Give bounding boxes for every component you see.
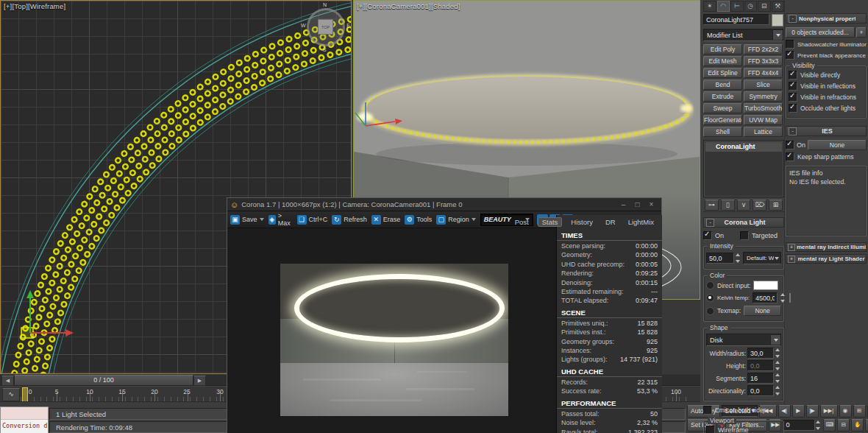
visible-refractions-checkbox[interactable]: ✓ — [789, 93, 797, 102]
modifier-button[interactable]: FFD 4x4x4 — [744, 68, 783, 78]
time-slider-prev-button[interactable]: ◀ — [1, 376, 14, 386]
viewport-label[interactable]: [+][CoronaCamera001][Shaded] — [357, 2, 460, 10]
corona-light-rollout-header[interactable]: -Corona Light — [703, 217, 784, 228]
erase-button[interactable]: ✕ Erase — [371, 215, 401, 225]
minimize-button[interactable]: – — [616, 200, 630, 208]
emit-both-sides-checkbox[interactable] — [703, 406, 712, 415]
utilities-tab-icon[interactable]: ⚒ — [772, 1, 785, 12]
direct-color-swatch[interactable] — [753, 281, 778, 290]
rendered-image[interactable] — [280, 264, 508, 416]
modify-tab-icon[interactable]: ◠ — [717, 1, 730, 12]
remove-modifier-icon[interactable]: ⌦ — [753, 200, 766, 211]
show-end-result-icon[interactable]: ▯ — [721, 200, 735, 211]
tab-lightmix[interactable]: LightMix — [625, 217, 658, 227]
wireframe-checkbox[interactable] — [706, 426, 715, 433]
viewcube-top-face[interactable]: TOP — [318, 19, 333, 35]
tools-button[interactable]: ⚙ Tools — [405, 215, 432, 225]
modifier-button[interactable]: Symmetry — [744, 91, 783, 102]
nonphysical-properties-rollout-header[interactable]: - Nonphysical properties — [786, 13, 867, 24]
intensity-spinner[interactable] — [736, 253, 741, 264]
prevent-black-checkbox[interactable]: ✓ — [786, 51, 794, 60]
intensity-input[interactable] — [706, 253, 734, 264]
height-input[interactable] — [747, 360, 774, 371]
modifier-button[interactable]: Sweep — [703, 103, 742, 113]
exclude-objects-button[interactable]: 0 objects excluded... — [786, 27, 855, 38]
key-tangent-icon[interactable]: ◉ — [839, 405, 852, 418]
modifier-button[interactable]: UVW Map — [744, 115, 783, 125]
targeted-checkbox[interactable] — [740, 231, 749, 240]
intensity-unit-dropdown[interactable]: Default: W — [743, 252, 781, 264]
directionality-spinner[interactable] — [775, 385, 781, 396]
kelvin-input[interactable] — [753, 292, 778, 303]
make-unique-icon[interactable]: ∨ — [737, 200, 751, 211]
zoom-region-icon[interactable]: ⊟ — [837, 419, 850, 432]
light-on-checkbox[interactable]: ✓ — [703, 231, 712, 240]
tab-dr[interactable]: DR — [602, 217, 619, 227]
modifier-button[interactable]: Edit Poly — [703, 44, 742, 54]
modifier-button[interactable]: Shell — [703, 127, 742, 137]
modifier-button[interactable]: Bend — [703, 80, 742, 90]
create-tab-icon[interactable]: ✶ — [703, 1, 716, 12]
pin-stack-icon[interactable]: ⊶ — [705, 200, 719, 211]
height-spinner[interactable] — [775, 360, 781, 371]
time-config-icon[interactable]: ◷ — [865, 419, 868, 432]
modifier-stack[interactable]: CoronaLight — [703, 140, 784, 197]
stack-item-coronalight[interactable]: CoronaLight — [705, 142, 782, 152]
kelvin-spinner[interactable] — [780, 292, 786, 303]
refresh-button[interactable]: ↻ Refresh — [332, 215, 367, 225]
occlude-lights-checkbox[interactable]: ✓ — [789, 104, 797, 113]
mentalray-indirect-rollout[interactable]: +mental ray Indirect Illumination — [786, 242, 867, 252]
segments-input[interactable] — [747, 373, 774, 384]
texmap-none-button[interactable]: None — [744, 306, 781, 316]
modifier-button[interactable]: TurboSmooth — [744, 103, 783, 113]
next-frame-button[interactable]: |▶ — [806, 405, 819, 418]
modifier-button[interactable]: Slice — [744, 80, 783, 90]
corona-vfb-window[interactable]: ☺ Corona 1.7 | 1000×667px (1:2) | Camera… — [227, 197, 662, 433]
send-to-max-button[interactable]: ◈ > Max — [268, 212, 293, 227]
width-spinner[interactable] — [775, 348, 781, 359]
kelvin-temp-radio[interactable] — [706, 294, 714, 302]
width-radius-input[interactable] — [747, 348, 774, 359]
mini-curve-editor-button[interactable]: ∿ — [2, 388, 20, 401]
modifier-button[interactable]: Lattice — [744, 127, 783, 137]
exclude-add-button[interactable]: + — [856, 27, 867, 38]
modifier-list-dropdown[interactable]: Modifier List — [703, 29, 783, 41]
current-frame-input[interactable] — [783, 420, 815, 431]
modifier-button[interactable]: FFD 3x3x3 — [744, 56, 783, 66]
ies-file-button[interactable]: None — [808, 140, 867, 150]
hierarchy-tab-icon[interactable]: ⊢ — [730, 1, 744, 12]
disc-light-object[interactable] — [357, 77, 692, 166]
motion-tab-icon[interactable]: ◷ — [744, 1, 758, 12]
shape-dropdown[interactable]: Disk — [706, 334, 781, 346]
ies-rollout-header[interactable]: -IES — [786, 126, 867, 136]
frame-spinner[interactable] — [816, 420, 822, 431]
segments-spinner[interactable] — [775, 373, 781, 384]
directionality-input[interactable] — [747, 385, 774, 396]
save-button[interactable]: ▣ Save — [230, 215, 264, 225]
viewport-label[interactable]: [+][Top][Wireframe] — [4, 2, 65, 10]
ies-on-checkbox[interactable]: ✓ — [786, 141, 794, 149]
copy-button[interactable]: ❏ Ctrl+C — [297, 215, 328, 225]
modifier-button[interactable]: Extrude — [703, 91, 742, 102]
keyboard-override-icon[interactable]: ⌨ — [823, 419, 836, 432]
display-tab-icon[interactable]: ⊟ — [758, 1, 771, 12]
time-slider-handle[interactable]: 0 / 100 — [14, 375, 193, 386]
keep-sharp-patterns-checkbox[interactable]: ✓ — [786, 152, 794, 161]
object-name-input[interactable] — [703, 14, 769, 25]
visible-directly-checkbox[interactable]: ✓ — [789, 71, 797, 80]
current-frame-marker[interactable] — [22, 387, 28, 403]
shadowcatcher-checkbox[interactable] — [786, 40, 794, 49]
modifier-button[interactable]: Edit Spline — [703, 68, 742, 78]
configure-modifier-sets-icon[interactable]: ⊞ — [769, 200, 783, 211]
maximize-button[interactable]: □ — [630, 200, 644, 208]
listener-macro-row[interactable] — [1, 407, 48, 420]
time-slider-next-button[interactable]: ▶ — [193, 376, 206, 386]
direct-input-radio[interactable] — [706, 281, 714, 289]
object-color-swatch[interactable] — [772, 14, 783, 27]
pan-icon[interactable]: ✋ — [851, 419, 864, 432]
tab-post[interactable]: Post — [511, 217, 533, 227]
snaps-toggle-icon[interactable]: ⊞ — [853, 405, 866, 418]
modifier-button[interactable]: FloorGenerator — [703, 115, 742, 125]
maxscript-mini-listener[interactable]: Conversion d — [0, 406, 49, 433]
play-button[interactable]: ▶ — [792, 405, 805, 418]
